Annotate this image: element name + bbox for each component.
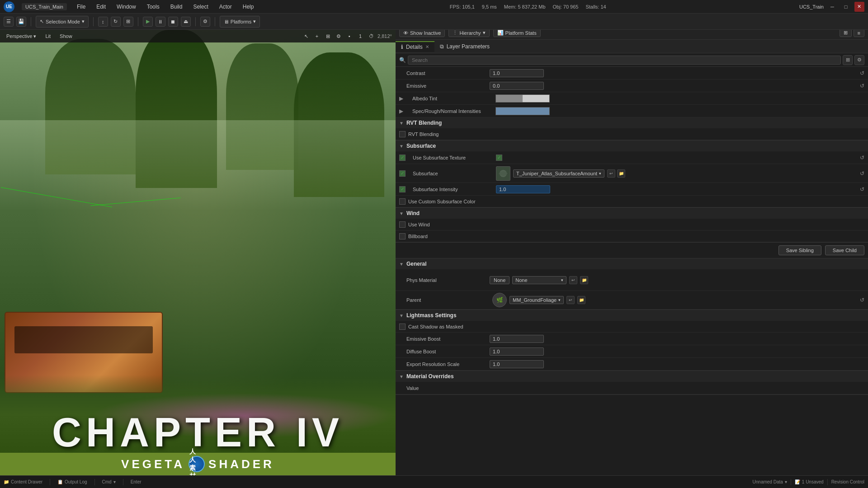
wind-section-header[interactable]: ▼ Wind xyxy=(396,208,868,219)
vp-realtime-icon[interactable]: ⏱ xyxy=(367,32,376,41)
phys-none-button[interactable]: None xyxy=(490,276,509,284)
subsurface-texture: T_Juniper_Atlas_SubsurfaceAmount ▾ ↩ 📁 xyxy=(496,166,858,181)
details-tab[interactable]: ℹ Details ✕ xyxy=(396,41,434,52)
emissive-input[interactable] xyxy=(490,82,544,90)
filter-search-button[interactable]: ⚙ xyxy=(854,55,864,65)
parent-reset[interactable]: ↺ xyxy=(860,297,864,303)
emissive-value-container xyxy=(490,82,858,90)
vp-maximize-icon[interactable]: 1 xyxy=(356,32,365,41)
subsurface-enable-checkbox[interactable] xyxy=(399,170,406,177)
translate-icon[interactable]: ↕ xyxy=(98,17,108,27)
menu-window[interactable]: Window xyxy=(114,3,139,11)
snap-icon[interactable]: + xyxy=(312,32,321,41)
menu-edit[interactable]: Edit xyxy=(94,3,108,11)
unnamed-data-button[interactable]: Unnamed Data ▾ xyxy=(753,479,787,484)
parent-dropdown[interactable]: MM_GroundFoliage ▾ xyxy=(509,296,564,304)
menu-build[interactable]: Build xyxy=(168,3,185,11)
cast-shadow-checkbox[interactable] xyxy=(399,324,406,330)
menu-file[interactable]: File xyxy=(74,3,88,11)
show-inactive-button[interactable]: 👁 Show Inactive xyxy=(399,29,445,37)
save-icon[interactable]: 💾 xyxy=(16,17,26,27)
use-subsurface-value-checkbox[interactable] xyxy=(496,155,502,161)
rotate-icon[interactable]: ↻ xyxy=(111,17,121,27)
subsurface-texture-thumb[interactable] xyxy=(496,166,510,181)
show-button[interactable]: Show xyxy=(57,33,75,40)
save-sibling-button[interactable]: Save Sibling xyxy=(778,245,821,255)
details-close[interactable]: ✕ xyxy=(425,44,429,49)
output-log-button[interactable]: 📋 Output Log xyxy=(57,479,87,484)
use-subsurface-checkbox[interactable] xyxy=(399,155,406,161)
menu-help[interactable]: Help xyxy=(240,3,257,11)
platforms-button[interactable]: 🖥 Platforms ▾ xyxy=(220,16,260,28)
contrast-input[interactable] xyxy=(490,69,544,77)
phys-material-row: Phys Material None None ▾ ↩ 📁 xyxy=(396,269,868,291)
export-res-input[interactable] xyxy=(490,360,544,368)
albedo-swatch-container[interactable] xyxy=(495,94,864,103)
search-input[interactable] xyxy=(408,56,841,65)
custom-subsurface-checkbox[interactable] xyxy=(399,198,406,205)
scale-icon[interactable]: ⊞ xyxy=(123,17,133,27)
albedo-color-swatch[interactable] xyxy=(495,94,550,103)
phys-save-action[interactable]: 📁 xyxy=(580,276,588,284)
texture-browse-action[interactable]: ↩ xyxy=(607,169,615,178)
stop-icon[interactable]: ⏹ xyxy=(168,17,178,27)
sidebar-toggle-icon[interactable]: ☰ xyxy=(4,17,14,27)
rvt-section-header[interactable]: ▼ RVT Blending xyxy=(396,117,868,128)
vp-settings-icon[interactable]: ⚙ xyxy=(334,32,343,41)
overrides-section-header[interactable]: ▼ Material Overrides xyxy=(396,371,868,382)
subsurface-intensity-input[interactable] xyxy=(496,185,550,193)
separator-4 xyxy=(195,17,196,26)
play-icon[interactable]: ▶ xyxy=(143,17,153,27)
subsurface-texture-reset[interactable]: ↺ xyxy=(860,170,864,177)
cursor-vp-icon[interactable]: ↖ xyxy=(302,32,311,41)
parent-save-action[interactable]: 📁 xyxy=(577,296,585,304)
close-button[interactable]: ✕ xyxy=(854,2,864,12)
perspective-button[interactable]: Perspective ▾ xyxy=(4,33,39,40)
subsurface-intensity-reset[interactable]: ↺ xyxy=(860,186,864,192)
subsurface-intensity-checkbox[interactable] xyxy=(399,186,406,192)
layer-params-tab[interactable]: ⧉ Layer Parameters xyxy=(434,42,495,52)
content-drawer-button[interactable]: 📁 Content Drawer xyxy=(4,479,42,484)
use-subsurface-reset[interactable]: ↺ xyxy=(860,155,864,161)
pause-icon[interactable]: ⏸ xyxy=(156,17,165,27)
spec-swatch-container[interactable] xyxy=(495,107,864,115)
phys-reset-action[interactable]: ↩ xyxy=(569,276,577,284)
viewport[interactable] xyxy=(0,30,396,474)
spec-expand[interactable]: ▶ xyxy=(399,108,403,114)
grid-search-button[interactable]: ⊞ xyxy=(843,55,853,65)
lit-label: Lit xyxy=(45,33,51,39)
spec-color-swatch[interactable] xyxy=(495,107,550,115)
rvt-blending-checkbox[interactable] xyxy=(399,131,406,137)
use-wind-checkbox[interactable] xyxy=(399,221,406,228)
settings-icon[interactable]: ⚙ xyxy=(200,17,210,27)
contrast-reset[interactable]: ↺ xyxy=(860,70,864,76)
parent-browse-action[interactable]: ↩ xyxy=(566,296,575,304)
eject-icon[interactable]: ⏏ xyxy=(181,17,191,27)
menu-select[interactable]: Select xyxy=(190,3,211,11)
phys-material-dropdown[interactable]: None ▾ xyxy=(512,276,566,284)
general-section-header[interactable]: ▼ General xyxy=(396,258,868,269)
cmd-button[interactable]: Cmd ▾ xyxy=(102,479,116,484)
selection-mode-label: Selection Mode xyxy=(46,19,80,24)
grid-icon[interactable]: ⊞ xyxy=(323,32,332,41)
texture-save-action[interactable]: 📁 xyxy=(617,169,625,178)
minimize-button[interactable]: ─ xyxy=(827,2,837,12)
vp-layout-icon[interactable]: ▪ xyxy=(345,32,354,41)
maximize-button[interactable]: □ xyxy=(841,2,851,12)
rvt-blending-label: RVT Blending xyxy=(408,131,439,137)
subsurface-texture-dropdown[interactable]: T_Juniper_Atlas_SubsurfaceAmount ▾ xyxy=(513,169,604,178)
selection-mode-button[interactable]: ↖ Selection Mode ▾ xyxy=(36,16,89,28)
menu-tools[interactable]: Tools xyxy=(144,3,162,11)
lit-button[interactable]: Lit xyxy=(42,33,53,40)
unsaved-button[interactable]: 📝 1 Unsaved xyxy=(795,479,824,484)
save-child-button[interactable]: Save Child xyxy=(825,245,864,255)
emissive-reset[interactable]: ↺ xyxy=(860,83,864,89)
revision-control-button[interactable]: Revision Control xyxy=(831,479,864,484)
menu-actor[interactable]: Actor xyxy=(217,3,235,11)
lightmass-section-header[interactable]: ▼ Lightmass Settings xyxy=(396,310,868,321)
emissive-boost-input[interactable] xyxy=(490,335,544,343)
billboard-checkbox[interactable] xyxy=(399,233,406,239)
subsurface-section-header[interactable]: ▼ Subsurface xyxy=(396,141,868,151)
diffuse-boost-input[interactable] xyxy=(490,347,544,356)
albedo-expand[interactable]: ▶ xyxy=(399,95,403,102)
